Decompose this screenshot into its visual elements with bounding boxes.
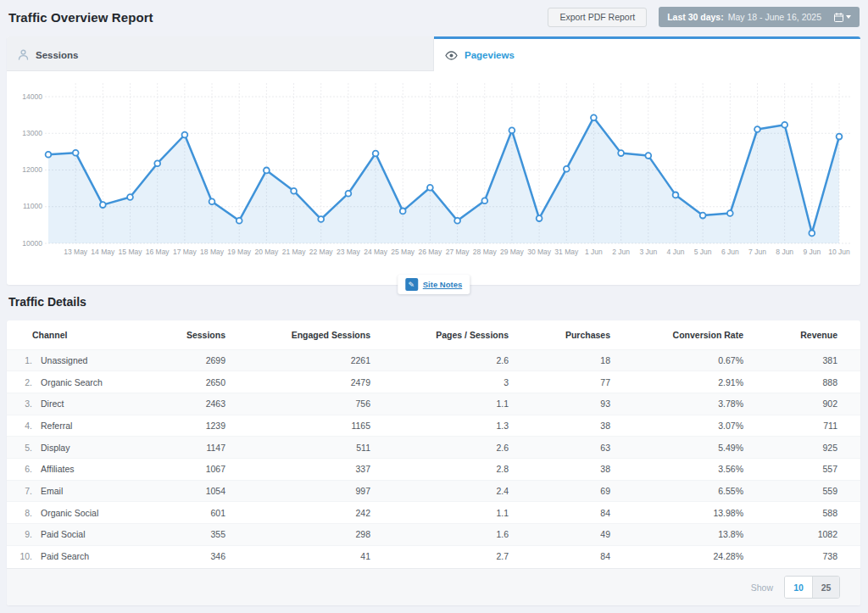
traffic-details-table: Channel Sessions Engaged Sessions Pages … bbox=[7, 320, 860, 567]
chart-point[interactable] bbox=[809, 231, 815, 237]
row-value: 511 bbox=[225, 437, 370, 459]
chart-point[interactable] bbox=[645, 153, 651, 159]
row-value: 84 bbox=[509, 545, 610, 567]
chart-point[interactable] bbox=[291, 188, 297, 194]
tab-sessions-label: Sessions bbox=[36, 50, 79, 60]
chart-point[interactable] bbox=[264, 168, 270, 174]
x-axis-tick-label: 6 Jun bbox=[721, 248, 739, 256]
traffic-table-body: 1.Unassigned269922612.6180.67%3812.Organ… bbox=[7, 349, 860, 567]
pageviews-line-chart[interactable]: 100001100012000130001400013 May14 May15 … bbox=[7, 71, 860, 285]
chart-point[interactable] bbox=[46, 152, 52, 158]
chart-point[interactable] bbox=[127, 194, 133, 200]
rows-per-page-25[interactable]: 25 bbox=[812, 577, 839, 598]
row-value bbox=[837, 349, 860, 371]
y-axis-tick-label: 13000 bbox=[22, 129, 42, 137]
chart-point[interactable] bbox=[209, 198, 215, 204]
x-axis-tick-label: 2 Jun bbox=[612, 248, 630, 256]
site-notes-label: Site Notes bbox=[423, 280, 462, 289]
row-value: 888 bbox=[743, 371, 837, 393]
chart-point[interactable] bbox=[564, 166, 570, 172]
chart-point[interactable] bbox=[236, 218, 242, 224]
chart-point[interactable] bbox=[454, 218, 460, 224]
rows-per-page-10[interactable]: 10 bbox=[785, 577, 812, 598]
row-value: 1067 bbox=[176, 458, 225, 480]
chart-point[interactable] bbox=[537, 215, 542, 221]
chart-point[interactable] bbox=[754, 126, 760, 132]
row-channel: Email bbox=[32, 480, 176, 502]
row-value: 84 bbox=[509, 502, 610, 524]
row-value bbox=[837, 415, 860, 437]
row-value: 1147 bbox=[176, 437, 225, 459]
chart-point[interactable] bbox=[182, 132, 188, 138]
chart-point[interactable] bbox=[481, 198, 487, 203]
row-channel: Unassigned bbox=[32, 349, 176, 371]
row-value: 1.3 bbox=[370, 415, 509, 437]
chart-point[interactable] bbox=[73, 150, 79, 156]
x-axis-tick-label: 13 May bbox=[64, 248, 88, 256]
person-icon bbox=[18, 49, 29, 60]
row-value: 1.1 bbox=[370, 393, 509, 415]
chart-point[interactable] bbox=[591, 114, 597, 120]
row-value: 1239 bbox=[176, 415, 225, 437]
row-value: 5.49% bbox=[610, 437, 743, 459]
date-range-button[interactable]: Last 30 days: May 18 - June 16, 2025 bbox=[659, 7, 860, 27]
x-axis-tick-label: 15 May bbox=[119, 248, 143, 256]
eye-icon bbox=[445, 51, 458, 60]
chart-point[interactable] bbox=[373, 151, 379, 157]
row-value: 0.67% bbox=[610, 349, 743, 371]
x-axis-tick-label: 18 May bbox=[200, 248, 225, 256]
x-axis-tick-label: 16 May bbox=[146, 248, 170, 256]
row-value: 2261 bbox=[225, 349, 370, 371]
chart-point[interactable] bbox=[700, 213, 706, 219]
row-value: 41 bbox=[225, 545, 370, 567]
row-value: 13.8% bbox=[610, 524, 743, 546]
row-value: 559 bbox=[743, 480, 837, 502]
chart-point[interactable] bbox=[509, 127, 515, 133]
row-value: 902 bbox=[743, 393, 837, 415]
metric-tabs: Sessions Pageviews bbox=[7, 36, 860, 71]
row-value: 38 bbox=[509, 415, 610, 437]
x-axis-tick-label: 22 May bbox=[309, 248, 334, 256]
row-value: 242 bbox=[225, 502, 370, 524]
chart-point[interactable] bbox=[154, 160, 160, 166]
row-value: 997 bbox=[225, 480, 370, 502]
row-rank: 5. bbox=[7, 437, 32, 459]
x-axis-tick-label: 24 May bbox=[364, 248, 388, 256]
chart-point[interactable] bbox=[782, 122, 787, 128]
row-value bbox=[837, 437, 860, 459]
row-channel: Affiliates bbox=[32, 458, 176, 480]
row-value: 711 bbox=[743, 415, 837, 437]
chart-point[interactable] bbox=[427, 185, 433, 191]
chart-point[interactable] bbox=[318, 216, 324, 222]
report-header: Traffic Overview Report Export PDF Repor… bbox=[8, 6, 860, 28]
x-axis-tick-label: 17 May bbox=[173, 248, 198, 256]
row-value bbox=[837, 393, 860, 415]
row-value: 2699 bbox=[176, 349, 225, 371]
x-axis-tick-label: 26 May bbox=[418, 248, 442, 256]
table-row: 4.Referral123911651.3383.07%711 bbox=[7, 415, 860, 437]
chart-point[interactable] bbox=[100, 202, 106, 208]
chart-point[interactable] bbox=[727, 210, 733, 216]
row-value: 1.1 bbox=[370, 502, 509, 524]
export-pdf-button[interactable]: Export PDF Report bbox=[548, 8, 647, 27]
y-axis-tick-label: 11000 bbox=[23, 202, 42, 210]
site-notes-button[interactable]: ✎ Site Notes bbox=[398, 275, 470, 294]
tab-sessions[interactable]: Sessions bbox=[7, 36, 434, 71]
row-value: 557 bbox=[743, 458, 837, 480]
row-value: 6.55% bbox=[610, 480, 743, 502]
chart-point[interactable] bbox=[346, 191, 352, 197]
x-axis-tick-label: 30 May bbox=[527, 248, 552, 256]
row-value: 3.07% bbox=[610, 415, 743, 437]
row-value: 2.4 bbox=[370, 480, 509, 502]
chart-point[interactable] bbox=[837, 134, 843, 140]
table-footer: Show 10 25 bbox=[7, 568, 860, 605]
chart-point[interactable] bbox=[400, 209, 406, 215]
tab-pageviews[interactable]: Pageviews bbox=[434, 36, 860, 71]
row-value: 2.91% bbox=[610, 371, 743, 393]
page-title: Traffic Overview Report bbox=[8, 10, 153, 25]
row-value bbox=[837, 524, 860, 546]
chart-point[interactable] bbox=[618, 150, 624, 156]
x-axis-tick-label: 1 Jun bbox=[585, 248, 603, 256]
col-purchases: Purchases bbox=[509, 320, 610, 349]
chart-point[interactable] bbox=[673, 192, 679, 198]
